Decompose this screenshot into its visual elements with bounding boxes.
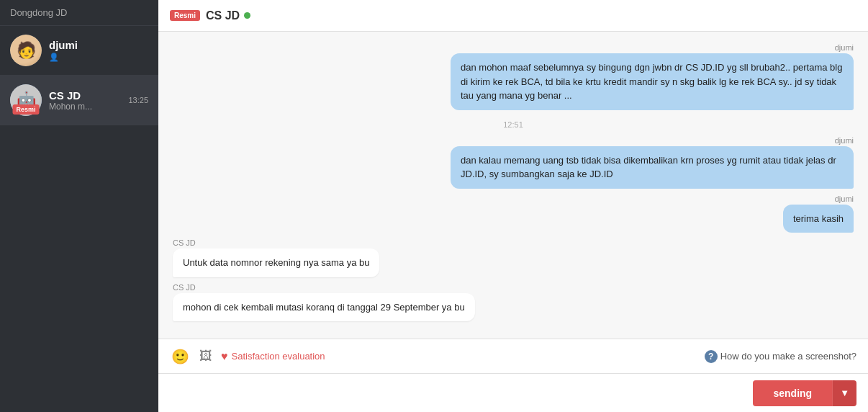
chevron-down-icon: ▼ xyxy=(840,388,849,398)
msg-sender-4: CS JD xyxy=(173,238,196,247)
resmi-tag: Resmi xyxy=(170,10,200,21)
time-separator-1: 12:51 xyxy=(173,120,854,129)
message-row-2: djumi dan kalau memang uang tsb tidak bi… xyxy=(173,136,854,189)
sidebar-item-djumi[interactable]: 🧑 djumi 👤 xyxy=(0,26,158,76)
chat-main: Resmi CS JD djumi dan mohon maaf sebelum… xyxy=(158,0,868,412)
chat-send-area: sending ▼ xyxy=(158,373,868,412)
contact-name-djumi: djumi xyxy=(49,39,148,51)
msg-sender-1: djumi xyxy=(835,43,854,52)
satisfaction-link[interactable]: ♥ Satisfaction evaluation xyxy=(221,350,325,363)
image-button[interactable]: 🖼 xyxy=(198,347,214,365)
msg-bubble-1: dan mohon maaf sebelumnya sy bingung dgn… xyxy=(451,53,854,110)
emoji-icon: 🙂 xyxy=(171,348,189,365)
send-dropdown-button[interactable]: ▼ xyxy=(832,380,856,406)
msg-bubble-5: mohon di cek kembali mutasi koranq di ta… xyxy=(173,293,475,322)
message-row-4: CS JD Untuk data nomnor rekening nya sam… xyxy=(173,238,854,277)
message-row-5: CS JD mohon di cek kembali mutasi koranq… xyxy=(173,283,854,322)
resmi-badge: Resmi xyxy=(12,104,39,115)
avatar-djumi: 🧑 xyxy=(10,35,42,66)
msg-bubble-3: terima kasih xyxy=(783,205,854,233)
chat-header-name: CS JD xyxy=(206,9,240,22)
user-icon: 👤 xyxy=(49,53,148,62)
help-label: How do you make a screenshot? xyxy=(720,351,856,362)
contact-info-djumi: djumi 👤 xyxy=(49,39,148,62)
msg-bubble-2: dan kalau memang uang tsb tidak bisa dik… xyxy=(451,146,854,189)
message-row-1: djumi dan mohon maaf sebelumnya sy bingu… xyxy=(173,43,854,110)
msg-sender-5: CS JD xyxy=(173,283,196,292)
send-button-group: sending ▼ xyxy=(753,380,856,406)
message-row-3: djumi terima kasih xyxy=(173,194,854,233)
contact-preview-cs-jd: Mohon m... xyxy=(49,102,124,112)
contact-info-cs-jd: CS JD Mohon m... xyxy=(49,89,124,112)
help-icon: ? xyxy=(705,350,718,363)
help-link[interactable]: ? How do you make a screenshot? xyxy=(705,350,856,363)
app-title: Dongdong JD xyxy=(0,0,158,26)
avatar-cs-jd: 🤖 Resmi xyxy=(10,84,42,116)
msg-sender-3: djumi xyxy=(835,194,854,203)
heart-icon: ♥ xyxy=(221,350,228,363)
contact-name-cs-jd: CS JD xyxy=(49,89,124,102)
chat-header: Resmi CS JD xyxy=(158,0,868,32)
sidebar: Dongdong JD 🧑 djumi 👤 🤖 Resmi CS JD Moho… xyxy=(0,0,158,412)
chat-messages: djumi dan mohon maaf sebelumnya sy bingu… xyxy=(158,32,868,339)
msg-sender-2: djumi xyxy=(835,136,854,145)
satisfaction-label: Satisfaction evaluation xyxy=(232,351,325,362)
contact-time-cs-jd: 13:25 xyxy=(128,96,148,104)
image-icon: 🖼 xyxy=(199,349,212,364)
msg-bubble-4: Untuk data nomnor rekening nya sama ya b… xyxy=(173,248,379,277)
send-button[interactable]: sending xyxy=(753,380,832,406)
online-status-dot xyxy=(244,12,250,19)
sidebar-item-cs-jd[interactable]: 🤖 Resmi CS JD Mohon m... 13:25 xyxy=(0,76,158,125)
emoji-button[interactable]: 🙂 xyxy=(170,346,191,367)
chat-toolbar: 🙂 🖼 ♥ Satisfaction evaluation ? How do y… xyxy=(158,339,868,373)
